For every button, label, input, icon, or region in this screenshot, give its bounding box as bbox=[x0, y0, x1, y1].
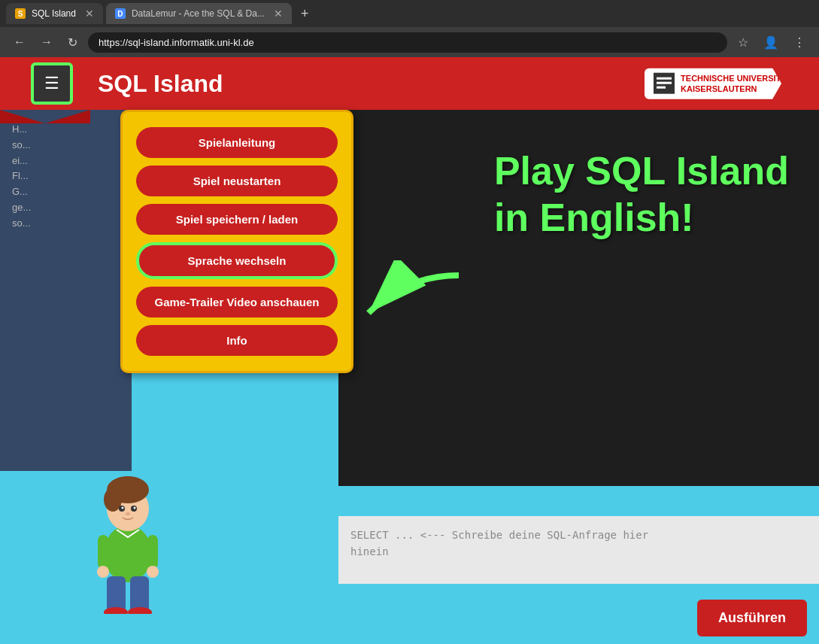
svg-rect-17 bbox=[107, 576, 126, 612]
header-banner: ☰ SQL Island TECHNISCHE UNIVERSITÄT KAIS… bbox=[0, 57, 819, 110]
svg-point-16 bbox=[147, 566, 159, 578]
browser-chrome: S SQL Island ✕ D DataLemur - Ace the SQL… bbox=[0, 0, 819, 57]
tab-label-sql: SQL Island bbox=[32, 8, 76, 19]
profile-button[interactable]: 👤 bbox=[759, 32, 783, 53]
spielanleitung-button[interactable]: Spielanleitung bbox=[136, 127, 338, 158]
svg-point-15 bbox=[97, 566, 109, 578]
tab-close-datalemur[interactable]: ✕ bbox=[274, 8, 283, 20]
arrow-graphic bbox=[346, 260, 466, 339]
tab-close-sql[interactable]: ✕ bbox=[85, 8, 94, 20]
spiel-speichern-button[interactable]: Spiel speichern / laden bbox=[136, 204, 338, 235]
character bbox=[75, 448, 180, 614]
address-input[interactable] bbox=[88, 32, 727, 53]
spiel-neustarten-button[interactable]: Spiel neustarten bbox=[136, 166, 338, 196]
header-title: SQL Island bbox=[98, 70, 223, 98]
svg-rect-18 bbox=[130, 576, 149, 612]
sql-placeholder: SELECT ... <--- Schreibe deine SQL-Anfra… bbox=[350, 529, 648, 557]
sql-input-area: SELECT ... <--- Schreibe deine SQL-Anfra… bbox=[338, 516, 819, 584]
forward-button[interactable]: → bbox=[36, 32, 57, 52]
back-button[interactable]: ← bbox=[9, 32, 30, 52]
svg-rect-1 bbox=[657, 82, 672, 84]
svg-point-10 bbox=[122, 507, 124, 509]
tab-favicon-datalemur: D bbox=[115, 8, 126, 19]
tu-logo-icon bbox=[654, 73, 675, 94]
svg-point-11 bbox=[134, 507, 136, 509]
svg-point-12 bbox=[126, 512, 130, 515]
menu-toggle-button[interactable]: ☰ bbox=[31, 62, 73, 105]
new-tab-button[interactable]: + bbox=[295, 6, 315, 22]
reload-button[interactable]: ↻ bbox=[63, 32, 82, 53]
svg-rect-14 bbox=[147, 535, 158, 569]
settings-button[interactable]: ⋮ bbox=[789, 32, 810, 53]
right-ribbon bbox=[781, 57, 819, 110]
menu-icon: ☰ bbox=[44, 74, 59, 93]
tab-datalemur[interactable]: D DataLemur - Ace the SQL & Da... ✕ bbox=[106, 3, 292, 24]
ausfuhren-button[interactable]: Ausführen bbox=[697, 600, 807, 636]
svg-rect-0 bbox=[657, 77, 672, 80]
game-trailer-button[interactable]: Game-Trailer Video anschauen bbox=[136, 287, 338, 317]
tab-sql-island[interactable]: S SQL Island ✕ bbox=[6, 3, 103, 24]
tab-bar: S SQL Island ✕ D DataLemur - Ace the SQL… bbox=[0, 0, 819, 27]
play-text: Play SQL Island in English! bbox=[494, 147, 789, 242]
tab-favicon-sql: S bbox=[15, 8, 26, 19]
tab-label-datalemur: DataLemur - Ace the SQL & Da... bbox=[132, 8, 265, 19]
page-content: ☰ SQL Island TECHNISCHE UNIVERSITÄT KAIS… bbox=[0, 57, 819, 644]
info-button[interactable]: Info bbox=[136, 325, 338, 356]
header-ribbon-left: ☰ bbox=[0, 57, 90, 110]
bookmark-button[interactable]: ☆ bbox=[733, 32, 753, 53]
right-ribbon-notch bbox=[766, 57, 781, 110]
sprache-wechseln-button[interactable]: Sprache wechseln bbox=[136, 242, 338, 279]
svg-rect-2 bbox=[657, 87, 666, 89]
side-panel: H... so... ei... Fl... G... ge... so... bbox=[0, 110, 132, 471]
svg-point-4 bbox=[104, 525, 152, 582]
side-panel-text: H... so... ei... Fl... G... ge... so... bbox=[12, 123, 31, 229]
dropdown-menu: Spielanleitung Spiel neustarten Spiel sp… bbox=[120, 110, 353, 373]
svg-rect-13 bbox=[98, 535, 108, 569]
address-bar: ← → ↻ ☆ 👤 ⋮ bbox=[0, 27, 819, 57]
